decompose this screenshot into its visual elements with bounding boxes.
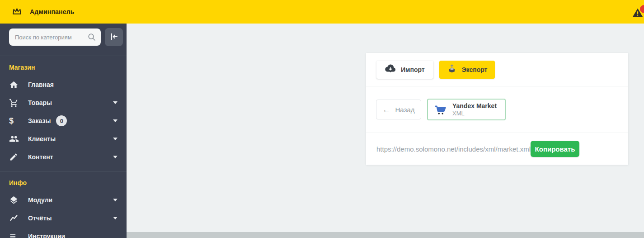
sidebar-item-customers[interactable]: Клиенты [0,130,127,148]
export-button[interactable]: Экспорт [439,61,495,79]
chart-icon [9,214,23,223]
feed-url-row: https://demo.solomono.net/includes/xml/m… [366,133,628,165]
back-label: Назад [395,106,415,114]
blue-cart-icon [433,102,447,117]
sidebar-item-home[interactable]: Главная [0,76,127,94]
yandex-market-button[interactable]: Yandex Market XML [427,99,506,120]
sidebar-section-info: Инфо [0,171,127,191]
copy-button[interactable]: Копировать [531,141,579,157]
main-content: Импорт Экспорт ← Назад Yandex Market [127,24,644,238]
cart-icon [9,98,23,108]
chevron-down-icon [113,217,118,219]
sidebar-item-label: Товары [28,99,52,106]
sidebar-item-label: Отчёты [28,214,52,222]
sidebar-item-products[interactable]: Товары [0,94,127,112]
sidebar-item-orders[interactable]: $ Заказы 0 [0,112,127,130]
orders-count-badge: 0 [56,115,67,126]
sidebar-item-label: Модули [28,196,52,204]
dollar-icon: $ [9,117,23,125]
chevron-down-icon [113,101,118,104]
app-title: Админпанель [30,8,75,15]
users-icon [9,134,23,144]
import-label: Импорт [401,66,425,73]
list-icon [9,232,23,238]
import-button[interactable]: Импорт [376,61,433,79]
sidebar-item-content[interactable]: Контент [0,148,127,166]
sidebar-item-label: Инструкции [28,233,65,238]
crown-icon [11,6,23,17]
collapse-left-icon [109,32,119,43]
sidebar-search-row [0,24,127,51]
search-icon [87,33,96,43]
box-export-icon [447,63,457,76]
topbar: Админпанель [0,0,644,24]
back-button[interactable]: ← Назад [376,100,421,119]
sidebar-section-shop: Магазин [0,56,127,76]
sidebar-item-reports[interactable]: Отчёты [0,209,127,227]
sidebar-item-label: Контент [28,153,53,161]
export-card: Импорт Экспорт ← Назад Yandex Market [366,53,628,165]
warning-icon[interactable] [629,6,644,19]
search-box [9,29,101,46]
sidebar-item-label: Клиенты [28,135,56,143]
feed-url: https://demo.solomono.net/includes/xml/m… [376,145,531,153]
import-export-row: Импорт Экспорт [366,53,628,86]
layers-icon [9,195,23,205]
chevron-down-icon [113,156,118,158]
chevron-down-icon [113,119,118,122]
sidebar: Магазин Главная Товары $ Заказы 0 Клиент… [0,24,127,238]
yandex-market-title: Yandex Market [452,102,497,110]
export-label: Экспорт [462,66,488,73]
horizontal-scrollbar[interactable] [127,232,644,238]
collapse-sidebar-button[interactable] [105,28,123,46]
yandex-market-subtitle: XML [452,110,497,117]
sidebar-item-label: Главная [28,81,54,88]
arrow-left-icon: ← [383,106,390,114]
pencil-icon [9,152,23,162]
sidebar-item-instructions[interactable]: Инструкции [0,227,127,238]
yandex-market-text: Yandex Market XML [452,102,497,117]
chevron-down-icon [113,199,118,201]
chevron-down-icon [113,138,118,140]
sidebar-item-modules[interactable]: Модули [0,191,127,209]
warning-triangle-icon [632,7,644,18]
cloud-download-icon [385,64,396,75]
sidebar-item-label: Заказы [28,117,51,124]
home-icon [9,80,23,90]
feed-selector-row: ← Назад Yandex Market XML [366,86,628,133]
